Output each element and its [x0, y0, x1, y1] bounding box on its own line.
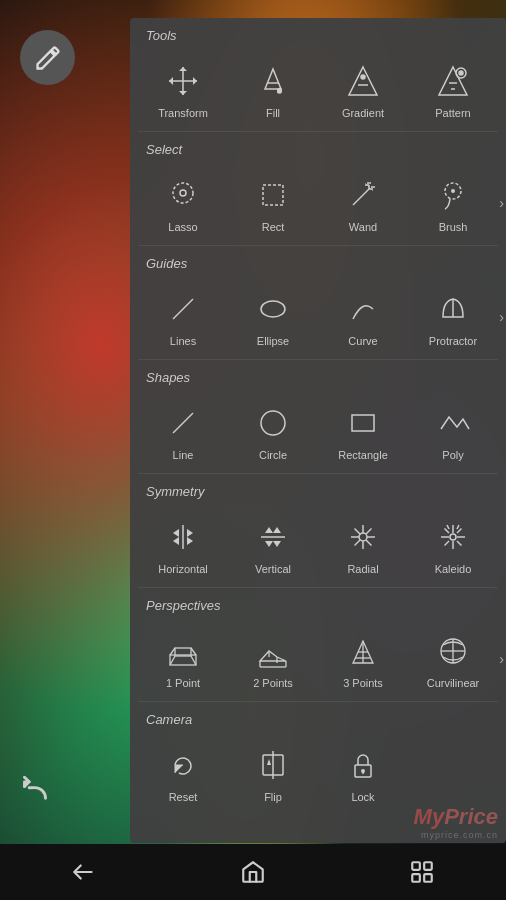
tool-fill[interactable]: Fill	[228, 51, 318, 127]
tool-flip-label: Flip	[264, 791, 282, 803]
tool-horizontal[interactable]: Horizontal	[138, 507, 228, 583]
tool-circle[interactable]: Circle	[228, 393, 318, 469]
svg-marker-55	[260, 651, 286, 661]
tool-pattern-label: Pattern	[435, 107, 470, 119]
tool-curvilinear-label: Curvilinear	[427, 677, 480, 689]
tool-rect[interactable]: Rect	[228, 165, 318, 241]
svg-point-4	[361, 75, 365, 79]
tool-protractor[interactable]: Protractor	[408, 279, 498, 355]
svg-line-47	[447, 525, 449, 529]
tool-kaleido[interactable]: Kaleido	[408, 507, 498, 583]
curve-icon	[341, 287, 385, 331]
reset-icon	[161, 743, 205, 787]
svg-point-38	[450, 534, 456, 540]
tool-fill-label: Fill	[266, 107, 280, 119]
lines-icon	[161, 287, 205, 331]
2points-icon	[251, 629, 295, 673]
tool-protractor-label: Protractor	[429, 335, 477, 347]
tool-brush-select[interactable]: Brush	[408, 165, 498, 241]
tool-lines-label: Lines	[170, 335, 196, 347]
lock-icon	[341, 743, 385, 787]
svg-rect-76	[424, 874, 432, 882]
3points-icon	[341, 629, 385, 673]
tool-lock[interactable]: Lock	[318, 735, 408, 811]
tool-curve[interactable]: Curve	[318, 279, 408, 355]
svg-line-36	[366, 529, 372, 535]
pattern-icon	[431, 59, 475, 103]
tools-grid-symmetry: Horizontal Vertical	[130, 503, 506, 587]
tool-lock-label: Lock	[351, 791, 374, 803]
tool-3points-label: 3 Points	[343, 677, 383, 689]
tool-curve-label: Curve	[348, 335, 377, 347]
tool-gradient[interactable]: Gradient	[318, 51, 408, 127]
svg-line-51	[170, 648, 175, 655]
tool-circle-label: Circle	[259, 449, 287, 461]
watermark: MyPrice myprice.com.cn	[414, 804, 498, 840]
tool-rectangle[interactable]: Rectangle	[318, 393, 408, 469]
svg-rect-12	[263, 185, 283, 205]
fill-icon	[251, 59, 295, 103]
tool-rect-label: Rect	[262, 221, 285, 233]
svg-line-53	[170, 656, 175, 665]
tool-3points[interactable]: 3 Points	[318, 621, 408, 697]
tools-grid-shapes: Line Circle Rectangle	[130, 389, 506, 473]
gradient-icon	[341, 59, 385, 103]
svg-line-21	[173, 299, 193, 319]
perspectives-chevron: ›	[499, 651, 504, 667]
transform-icon	[161, 59, 205, 103]
tool-wand[interactable]: Wand	[318, 165, 408, 241]
tool-transform[interactable]: Transform	[138, 51, 228, 127]
tool-ellipse[interactable]: Ellipse	[228, 279, 318, 355]
svg-point-20	[451, 189, 455, 193]
lasso-icon	[161, 173, 205, 217]
tool-transform-label: Transform	[158, 107, 208, 119]
svg-rect-74	[424, 862, 432, 870]
nav-back-button[interactable]	[59, 847, 109, 897]
svg-rect-75	[412, 874, 420, 882]
select-chevron: ›	[499, 195, 504, 211]
radial-icon	[341, 515, 385, 559]
flip-icon	[251, 743, 295, 787]
section-header-perspectives: Perspectives	[130, 588, 506, 617]
wand-icon	[341, 173, 385, 217]
brush-select-icon	[431, 173, 475, 217]
undo-button[interactable]	[15, 770, 55, 810]
tool-vertical-label: Vertical	[255, 563, 291, 575]
svg-line-13	[353, 189, 369, 205]
tool-lines[interactable]: Lines	[138, 279, 228, 355]
tools-grid-camera: Reset Flip Lock	[130, 731, 506, 815]
tool-reset[interactable]: Reset	[138, 735, 228, 811]
tool-poly-label: Poly	[442, 449, 463, 461]
svg-line-37	[355, 540, 361, 546]
tool-line[interactable]: Line	[138, 393, 228, 469]
watermark-url: myprice.com.cn	[414, 830, 498, 840]
nav-home-button[interactable]	[228, 847, 278, 897]
svg-line-46	[445, 541, 450, 546]
svg-point-10	[173, 183, 193, 203]
section-header-symmetry: Symmetry	[130, 474, 506, 503]
tool-lasso[interactable]: Lasso	[138, 165, 228, 241]
brush-button[interactable]	[20, 30, 75, 85]
svg-point-25	[261, 411, 285, 435]
tool-1point[interactable]: 1 Point	[138, 621, 228, 697]
tool-ellipse-label: Ellipse	[257, 335, 289, 347]
rect-icon	[251, 173, 295, 217]
svg-rect-73	[412, 862, 420, 870]
svg-rect-26	[352, 415, 374, 431]
tool-2points[interactable]: 2 Points	[228, 621, 318, 697]
tool-pattern[interactable]: Pattern	[408, 51, 498, 127]
tool-1point-label: 1 Point	[166, 677, 200, 689]
tool-poly[interactable]: Poly	[408, 393, 498, 469]
section-header-tools: Tools	[130, 18, 506, 47]
tool-curvilinear[interactable]: Curvilinear	[408, 621, 498, 697]
circle-icon	[251, 401, 295, 445]
guides-chevron: ›	[499, 309, 504, 325]
tools-grid-main: Transform Fill Gradient	[130, 47, 506, 131]
tool-vertical[interactable]: Vertical	[228, 507, 318, 583]
svg-marker-2	[349, 67, 377, 95]
tool-radial[interactable]: Radial	[318, 507, 408, 583]
protractor-icon	[431, 287, 475, 331]
nav-recents-button[interactable]	[397, 847, 447, 897]
tool-radial-label: Radial	[347, 563, 378, 575]
tool-flip[interactable]: Flip	[228, 735, 318, 811]
